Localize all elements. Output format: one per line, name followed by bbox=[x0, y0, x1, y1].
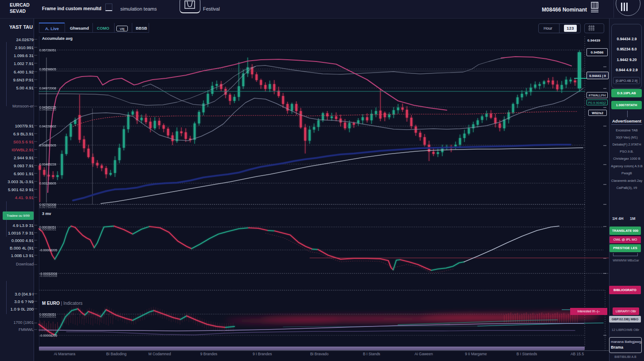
svg-text:0.93465228: 0.93465228 bbox=[39, 162, 56, 166]
svg-text:0.00036051: 0.00036051 bbox=[39, 227, 56, 231]
svg-text:0.93128605: 0.93128605 bbox=[39, 181, 56, 185]
svg-text:0.94972008: 0.94972008 bbox=[39, 86, 56, 90]
svg-text:0.93892605: 0.93892605 bbox=[39, 143, 56, 147]
svg-text:-0.00008205: -0.00008205 bbox=[39, 248, 57, 252]
svg-text:0.94228602: 0.94228602 bbox=[39, 124, 56, 128]
svg-text:-0.00052008: -0.00052008 bbox=[39, 274, 57, 278]
svg-text:-0.00008205: -0.00008205 bbox=[39, 334, 57, 338]
svg-text:0.94585235: 0.94585235 bbox=[39, 108, 56, 111]
svg-text:0.00026051: 0.00026051 bbox=[39, 315, 56, 319]
svg-text:0.92792008: 0.92792008 bbox=[39, 205, 56, 209]
svg-text:0.95298605: 0.95298605 bbox=[39, 67, 56, 71]
svg-text:0.95726051: 0.95726051 bbox=[39, 48, 56, 52]
